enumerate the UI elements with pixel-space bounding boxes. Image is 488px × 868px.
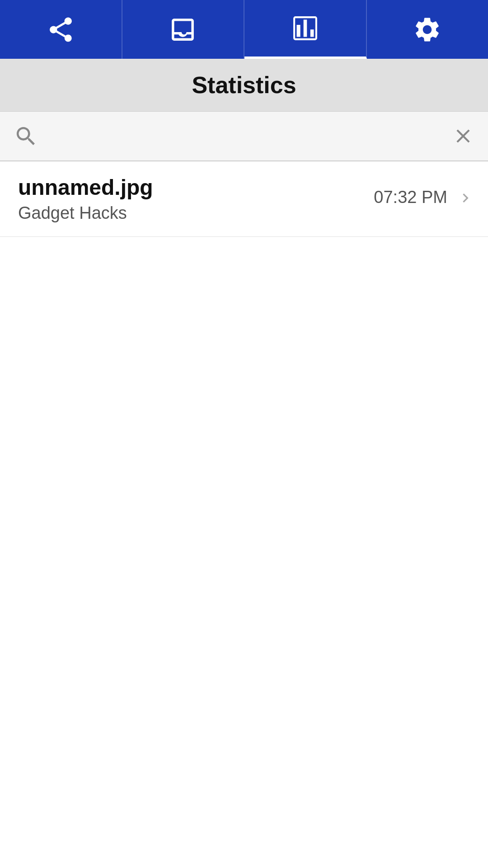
list-item-filename: unnamed.jpg (18, 175, 374, 200)
list-item-meta: 07:32 PM (374, 188, 447, 211)
nav-item-share[interactable] (0, 0, 122, 59)
top-navigation (0, 0, 488, 59)
list-item[interactable]: unnamed.jpg Gadget Hacks 07:32 PM (0, 161, 488, 237)
nav-item-statistics[interactable] (244, 0, 367, 59)
search-input[interactable] (47, 127, 452, 146)
close-icon (452, 125, 474, 147)
settings-icon (413, 15, 442, 44)
page-title: Statistics (9, 71, 479, 99)
list-item-content: unnamed.jpg Gadget Hacks (18, 175, 374, 223)
statistics-list: unnamed.jpg Gadget Hacks 07:32 PM (0, 161, 488, 237)
search-bar (0, 112, 488, 161)
share-icon (46, 15, 75, 44)
page-title-bar: Statistics (0, 59, 488, 112)
search-icon (14, 124, 38, 149)
list-item-time: 07:32 PM (374, 188, 447, 207)
list-item-source: Gadget Hacks (18, 203, 374, 223)
search-icon-wrap (14, 124, 38, 149)
nav-item-inbox[interactable] (122, 0, 245, 59)
statistics-icon (291, 14, 320, 43)
chevron-right-icon (456, 189, 474, 209)
search-clear-button[interactable] (452, 125, 474, 147)
nav-item-settings[interactable] (367, 0, 488, 59)
inbox-icon (168, 15, 197, 44)
